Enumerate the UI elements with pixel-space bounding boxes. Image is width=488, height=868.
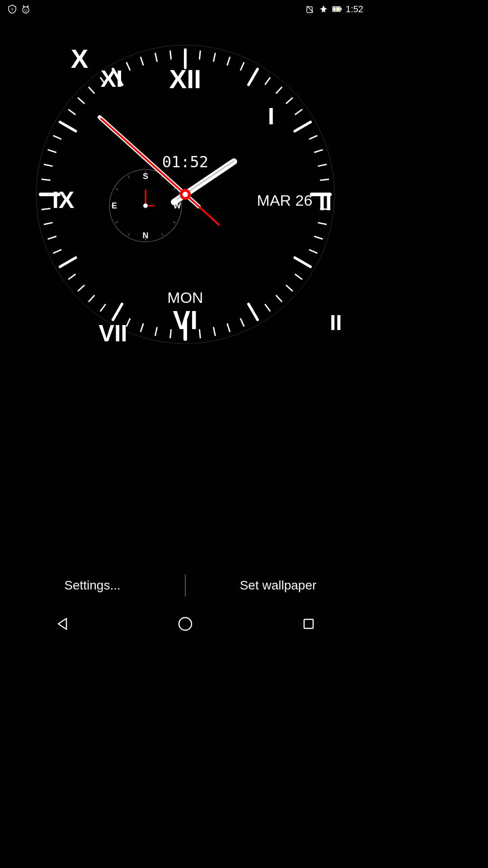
status-bar: S bbox=[0, 0, 371, 18]
clock-svg: XII I II III IV V VI VII VIII IX X XI 01… bbox=[27, 36, 343, 353]
svg-point-89 bbox=[143, 203, 148, 208]
shield-icon: S bbox=[7, 4, 17, 14]
bottom-bar: Settings... Set wallpaper bbox=[0, 570, 371, 601]
cat-icon bbox=[21, 4, 31, 14]
roman-7: VII bbox=[99, 320, 127, 346]
svg-point-5 bbox=[26, 9, 27, 10]
roman-8: VIII bbox=[56, 351, 89, 353]
compass-s: S bbox=[143, 172, 148, 181]
airplane-icon bbox=[319, 4, 328, 14]
set-wallpaper-button[interactable]: Set wallpaper bbox=[186, 574, 371, 597]
clock-face: XII I II III IV V VI VII VIII IX X XI 01… bbox=[27, 36, 343, 353]
roman-10: X bbox=[71, 44, 89, 73]
svg-line-73 bbox=[170, 51, 171, 60]
battery-icon: ⚡ bbox=[332, 4, 342, 14]
roman-9: IX bbox=[52, 187, 74, 213]
recent-button[interactable] bbox=[295, 610, 322, 637]
settings-button[interactable]: Settings... bbox=[0, 574, 185, 597]
svg-line-37 bbox=[320, 179, 329, 180]
roman-11: XI bbox=[100, 66, 122, 92]
status-right: ⚡ 1:52 bbox=[305, 4, 363, 14]
compass-e: E bbox=[112, 201, 117, 210]
svg-point-97 bbox=[183, 192, 188, 197]
svg-line-50 bbox=[170, 329, 171, 338]
svg-line-61 bbox=[42, 208, 51, 209]
svg-marker-98 bbox=[58, 618, 66, 629]
roman-1: I bbox=[268, 103, 274, 129]
svg-rect-6 bbox=[307, 7, 312, 13]
no-sim-icon bbox=[305, 4, 315, 14]
back-button[interactable] bbox=[48, 610, 75, 637]
roman-6: VI bbox=[173, 305, 198, 335]
svg-rect-100 bbox=[304, 619, 313, 628]
svg-text:S: S bbox=[11, 8, 14, 11]
home-button[interactable] bbox=[172, 610, 199, 637]
compass-n: N bbox=[143, 231, 149, 240]
digital-time: 01:52 bbox=[162, 153, 208, 171]
svg-line-26 bbox=[199, 51, 200, 60]
roman-2: II bbox=[319, 189, 332, 215]
clock-area: XII I II III IV V VI VII VIII IX X XI 01… bbox=[27, 36, 343, 353]
roman-12: XII bbox=[169, 64, 202, 94]
svg-line-49 bbox=[199, 329, 200, 338]
status-time: 1:52 bbox=[346, 4, 363, 14]
date-display: MAR 26 bbox=[257, 192, 313, 209]
svg-point-1 bbox=[23, 7, 29, 13]
svg-text:⚡: ⚡ bbox=[335, 7, 338, 11]
status-left: S bbox=[7, 4, 31, 14]
svg-point-4 bbox=[24, 9, 25, 10]
day-display: MON bbox=[167, 289, 203, 306]
svg-line-62 bbox=[42, 179, 51, 180]
home-icon bbox=[177, 616, 193, 632]
nav-bar bbox=[0, 606, 371, 642]
roman-3: III bbox=[330, 311, 343, 335]
svg-rect-9 bbox=[340, 8, 342, 10]
recent-icon bbox=[301, 617, 316, 631]
svg-point-99 bbox=[179, 618, 192, 630]
back-icon bbox=[54, 616, 70, 632]
